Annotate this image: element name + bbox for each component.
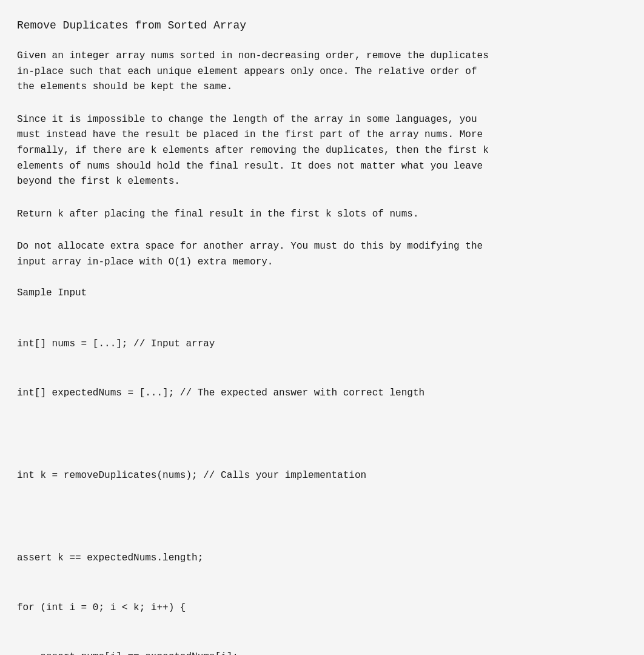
code-line-3: int k = removeDuplicates(nums); // Calls… [17,468,627,484]
code-section: Sample Input int[] nums = [...]; // Inpu… [17,287,627,655]
sample-input-label: Sample Input [17,287,627,298]
paragraph-2: Since it is impossible to change the len… [17,112,627,190]
paragraph-4: Do not allocate extra space for another … [17,239,627,270]
code-line-5: for (int i = 0; i < k; i++) { [17,600,627,616]
paragraph-1: Given an integer array nums sorted in no… [17,49,627,95]
code-line-6: assert nums[i] == expectedNums[i]; [17,649,627,655]
paragraph-3: Return k after placing the final result … [17,207,627,223]
code-line-1: int[] nums = [...]; // Input array [17,336,627,352]
problem-title: Remove Duplicates from Sorted Array [17,19,627,32]
code-block: int[] nums = [...]; // Input array int[]… [17,303,627,655]
main-content: Remove Duplicates from Sorted Array Give… [0,0,644,655]
code-line-4: assert k == expectedNums.length; [17,550,627,566]
code-line-2: int[] expectedNums = [...]; // The expec… [17,385,627,401]
problem-description: Remove Duplicates from Sorted Array Give… [17,15,627,655]
